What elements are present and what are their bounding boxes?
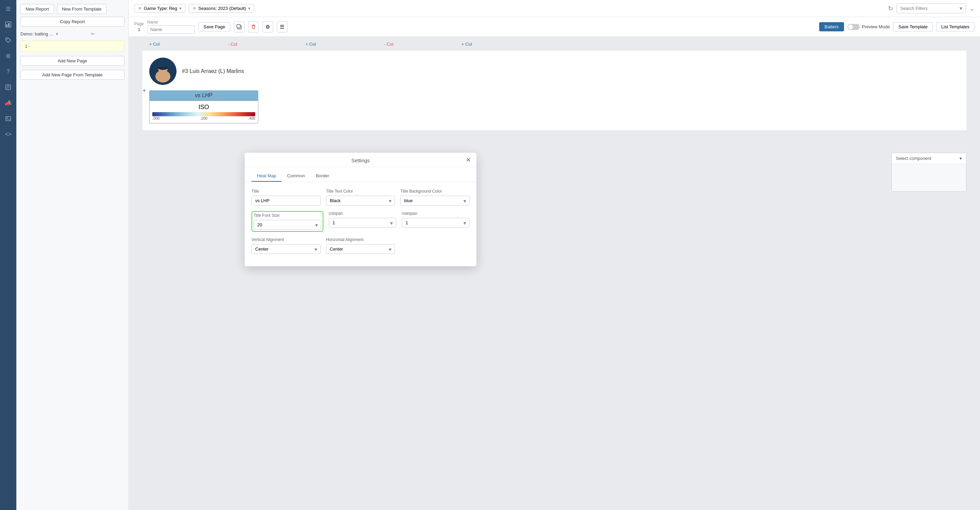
page-name-row: Page 1 Name Save Page ⚙ ☰ Batters Previe… [129, 17, 980, 37]
copy-page-icon-button[interactable] [234, 21, 245, 32]
modal-close-button[interactable]: ✕ [466, 156, 471, 164]
batters-button[interactable]: Batters [819, 22, 844, 31]
seasons-x-icon[interactable]: ✕ [192, 6, 196, 11]
rowspan-select-wrapper: 1 2 3 4 5 [402, 218, 469, 228]
page-label: Page [134, 21, 144, 26]
help-icon[interactable]: ? [3, 67, 13, 76]
seasons-chevron-icon[interactable]: ▾ [248, 6, 250, 11]
megaphone-icon[interactable]: 📣 [3, 98, 13, 108]
tab-common[interactable]: Common [282, 171, 310, 182]
copy-report-button[interactable]: Copy Report [21, 17, 124, 27]
tab-heat-map[interactable]: Heat Map [251, 171, 282, 182]
heatmap-container: vs LHP ISO .000 .200 .400 [149, 90, 959, 123]
seasons-filter[interactable]: ✕ Seasons: 2023 (Default) ▾ [189, 4, 254, 13]
title-input[interactable] [251, 196, 321, 206]
svg-rect-8 [6, 116, 11, 121]
scale-max: .400 [248, 116, 255, 120]
title-bg-color-select[interactable]: blue red green white yellow [400, 196, 469, 206]
game-type-filter[interactable]: ✕ Game Type: Reg ▾ [134, 4, 185, 13]
book-icon[interactable] [3, 83, 13, 92]
settings-nav-icon[interactable]: ⚙ [3, 51, 13, 61]
name-label: Name [147, 20, 195, 24]
name-input[interactable] [147, 25, 195, 34]
col-add-3[interactable]: + Col [461, 41, 472, 47]
colspan-select-wrapper: 1 2 3 4 5 [329, 218, 397, 228]
svg-rect-11 [237, 24, 240, 28]
collapse-icon[interactable]: ⌄ [969, 5, 975, 12]
scale-mid: .200 [200, 116, 207, 120]
preview-mode-toggle-wrapper: Preview Mode [848, 24, 890, 30]
image-icon[interactable] [3, 114, 13, 123]
colspan-select[interactable]: 1 2 3 4 5 [329, 218, 397, 228]
title-text-color-select[interactable]: Black White Red Blue Green [326, 196, 395, 206]
heatmap-title: vs LHP [149, 90, 258, 100]
menu-icon[interactable]: ☰ [3, 4, 13, 14]
tag-icon[interactable] [3, 35, 13, 45]
demo-chevron-icon[interactable]: ▾ [56, 31, 89, 37]
svg-rect-1 [6, 24, 8, 27]
title-group: Title [251, 189, 321, 206]
svg-rect-2 [8, 23, 10, 27]
page-number: 1 [138, 27, 140, 32]
title-font-size-select-wrapper: 14 16 18 20 22 24 28 32 [253, 220, 321, 230]
tab-border[interactable]: Border [310, 171, 335, 182]
title-bg-color-select-wrapper: blue red green white yellow [400, 196, 469, 206]
chart-icon[interactable] [3, 20, 13, 29]
form-row-1: Title Title Text Color Black White Red B… [251, 189, 469, 206]
add-new-page-button[interactable]: Add New Page [21, 56, 124, 66]
search-filter-chevron-icon[interactable]: ▾ [959, 5, 962, 11]
demo-row: Demo: batting - PRIVATE (brad... ▾ ✏ [16, 29, 129, 38]
vertical-alignment-select[interactable]: Center Top Bottom [251, 244, 321, 254]
vertical-alignment-label: Vertical Alignment [251, 237, 321, 242]
colspan-label: colspan [329, 211, 397, 216]
svg-point-3 [7, 39, 8, 40]
filter-bar: ✕ Game Type: Reg ▾ ✕ Seasons: 2023 (Defa… [129, 0, 980, 17]
add-new-page-from-template-button[interactable]: Add New Page From Template [21, 70, 124, 80]
list-templates-button[interactable]: List Templates [936, 22, 975, 31]
plus-button[interactable]: + [142, 87, 146, 94]
player-header: #3 Luis Arraez (L) Marlins [149, 57, 959, 85]
select-component-body [892, 164, 966, 191]
delete-page-icon-button[interactable] [248, 21, 259, 32]
title-font-size-group: Title Font Size 14 16 18 20 22 24 28 32 [251, 211, 323, 232]
game-type-x-icon[interactable]: ✕ [138, 6, 142, 11]
col-add-1[interactable]: + Col [149, 41, 160, 47]
rowspan-select[interactable]: 1 2 3 4 5 [402, 218, 469, 228]
horizontal-alignment-group: Horizontal Alignment Center Left Right [326, 237, 395, 254]
select-component-header[interactable]: Select component ▾ [892, 153, 966, 164]
select-component-chevron-icon[interactable]: ▾ [959, 156, 962, 161]
modal-tabs: Heat Map Common Border [245, 167, 476, 182]
col-remove-1[interactable]: - Col [228, 41, 237, 47]
modal-body: Title Title Text Color Black White Red B… [245, 182, 476, 266]
new-report-button[interactable]: New Report [21, 4, 54, 14]
heatmap-chart-title: ISO [152, 104, 255, 111]
form-row-3: Vertical Alignment Center Top Bottom Hor… [251, 237, 469, 254]
filter-page-icon-button[interactable]: ☰ [277, 21, 288, 32]
new-from-template-button[interactable]: New From Template [57, 4, 107, 14]
page-item[interactable]: 1 - [21, 41, 124, 52]
svg-rect-16 [156, 64, 170, 67]
right-actions: Batters Preview Mode Save Template List … [819, 22, 975, 31]
horizontal-alignment-select[interactable]: Center Left Right [326, 244, 395, 254]
player-name: #3 Luis Arraez (L) Marlins [182, 68, 244, 74]
title-font-size-select[interactable]: 14 16 18 20 22 24 28 32 [253, 220, 321, 230]
save-page-button[interactable]: Save Page [198, 22, 230, 31]
game-type-label: Game Type: Reg [144, 6, 177, 11]
vertical-alignment-group: Vertical Alignment Center Top Bottom [251, 237, 321, 254]
heatmap-chart: ISO .000 .200 .400 [149, 100, 258, 123]
search-filter: ▾ [897, 3, 966, 13]
search-filter-input[interactable] [900, 6, 958, 11]
rowspan-group: rowspan 1 2 3 4 5 [402, 211, 469, 232]
sidebar: New Report New From Template Copy Report… [16, 0, 129, 510]
code-icon[interactable]: <> [3, 129, 13, 139]
col-remove-2[interactable]: - Col [384, 41, 393, 47]
select-component-panel: Select component ▾ [891, 153, 966, 191]
settings-page-icon-button[interactable]: ⚙ [262, 21, 273, 32]
refresh-icon[interactable]: ↻ [888, 5, 893, 12]
game-type-chevron-icon[interactable]: ▾ [179, 6, 181, 11]
seasons-label: Seasons: 2023 (Default) [198, 6, 246, 11]
preview-mode-toggle[interactable] [848, 24, 860, 30]
demo-edit-icon[interactable]: ✏ [91, 31, 124, 37]
col-add-2[interactable]: + Col [305, 41, 316, 47]
save-template-button[interactable]: Save Template [893, 22, 932, 31]
